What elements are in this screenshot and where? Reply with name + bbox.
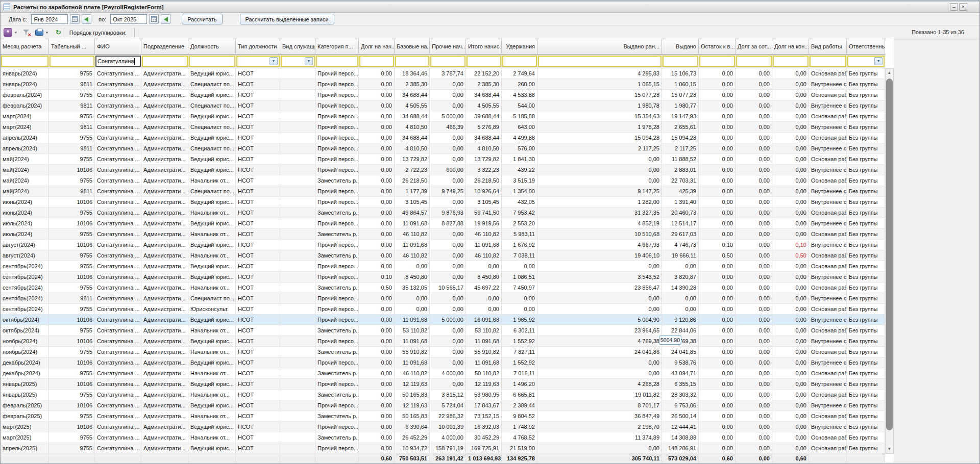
table-row[interactable]: февраль(2024)9811Сонгатуллина ...Админис… [1,100,885,111]
vertical-scrollbar[interactable]: ▲ ▼ [885,68,894,454]
table-row[interactable]: ноябрь(2024)9755Сонгатуллина ...Админист… [1,347,885,357]
clear-filter-icon[interactable]: × [22,29,31,37]
date-to-picker-button[interactable] [161,14,170,24]
column-header[interactable]: Ответственны... [847,39,885,55]
table-row[interactable]: июнь(2024)9755Сонгатуллина ...Администра… [1,208,885,218]
table-row[interactable]: февраль(2025)10106Сонгатуллина ...Админи… [1,400,885,411]
table-row[interactable]: май(2024)9755Сонгатуллина ...Администрат… [1,175,885,186]
table-row[interactable]: сентябрь(2024)9811Сонгатуллина ...Админи… [1,293,885,304]
filter-input[interactable] [538,56,662,67]
date-from-input[interactable] [31,14,68,24]
column-header[interactable]: Тип должности [236,39,280,55]
table-row[interactable]: май(2024)9755Сонгатуллина ...Администрат… [1,154,885,165]
table-row[interactable]: апрель(2024)9755Сонгатуллина ...Админист… [1,133,885,143]
table-row[interactable]: март(2025)9755Сонгатуллина ...Администра… [1,432,885,443]
filter-input[interactable] [395,56,429,67]
column-header[interactable]: Долг на нач... [359,39,395,55]
filter-input[interactable] [773,56,808,67]
print-dropdown-caret-icon[interactable]: ▼ [45,31,48,34]
column-header[interactable]: Выдано ран... [537,39,662,55]
filter-input[interactable] [50,56,94,67]
table-row[interactable]: май(2024)10106Сонгатуллина ...Администра… [1,165,885,175]
table-row[interactable]: февраль(2024)9755Сонгатуллина ...Админис… [1,90,885,100]
filter-input[interactable]: ▼ [847,56,885,67]
column-header[interactable]: Итого начис... [466,39,502,55]
table-row[interactable]: сентябрь(2024)10106Сонгатуллина ...Админ… [1,272,885,282]
combo-dropdown-icon[interactable]: ▼ [270,57,278,65]
settings-dropdown-caret-icon[interactable]: ▼ [14,31,17,34]
scroll-down-arrow-icon[interactable]: ▼ [886,445,893,453]
filter-input[interactable] [142,56,188,67]
table-row[interactable]: январь(2024)9755Сонгатуллина ...Админист… [1,68,885,79]
table-row[interactable]: апрель(2024)9811Сонгатуллина ...Админист… [1,143,885,154]
column-header[interactable]: Подразделение [141,39,188,55]
column-header[interactable]: Категория п... [315,39,359,55]
date-to-calendar-button[interactable] [149,14,159,24]
settings-gear-icon[interactable]: * [4,28,12,37]
table-row[interactable]: февраль(2025)9755Сонгатуллина ...Админис… [1,411,885,422]
table-row[interactable]: ноябрь(2024)10106Сонгатуллина ...Админис… [1,336,885,347]
column-header[interactable]: Табельный ... [49,39,95,55]
calculate-selected-button[interactable]: Рассчитать выделенные записи [240,14,334,24]
refresh-icon[interactable]: ↻ [56,29,61,36]
date-from-picker-button[interactable] [82,14,91,24]
table-row[interactable]: январь(2025)10106Сонгатуллина ...Админис… [1,379,885,390]
table-row[interactable]: май(2024)9811Сонгатуллина ...Администрат… [1,186,885,197]
column-header[interactable]: Вид служащего [280,39,315,55]
calculate-button[interactable]: Рассчитать [182,14,222,24]
date-from-calendar-button[interactable] [70,14,80,24]
column-header[interactable]: Долг на кон... [772,39,809,55]
minimize-button[interactable]: – [950,3,958,11]
column-header[interactable]: Долг за сот... [736,39,772,55]
filter-input[interactable] [316,56,358,67]
print-icon[interactable] [35,30,43,36]
filter-input[interactable] [359,56,394,67]
table-row[interactable]: январь(2025)9755Сонгатуллина ...Админист… [1,390,885,400]
column-header[interactable]: Прочие нач... [430,39,466,55]
close-button[interactable]: × [959,3,967,11]
scrollbar-thumb[interactable] [886,79,893,430]
filter-input[interactable] [1,56,48,67]
column-header[interactable]: Должность [188,39,236,55]
table-row[interactable]: июль(2024)10106Сонгатуллина ...Администр… [1,218,885,229]
table-row[interactable]: август(2024)10106Сонгатуллина ...Админис… [1,240,885,250]
filter-input[interactable] [736,56,772,67]
column-header[interactable]: Вид работы [809,39,847,55]
column-header[interactable]: Базовые на... [395,39,430,55]
filter-input[interactable] [189,56,235,67]
filter-input[interactable] [810,56,846,67]
table-row[interactable]: октябрь(2024)10106Сонгатуллина ...Админи… [1,315,885,325]
table-row[interactable]: декабрь(2024)9755Сонгатуллина ...Админис… [1,368,885,379]
date-to-input[interactable] [110,14,147,24]
combo-dropdown-icon[interactable]: ▼ [305,57,313,65]
filter-input[interactable]: ▼ [281,56,315,67]
filter-input[interactable] [467,56,501,67]
table-row[interactable]: сентябрь(2024)9755Сонгатуллина ...Админи… [1,282,885,293]
column-header[interactable]: Удержания [502,39,537,55]
scroll-up-arrow-icon[interactable]: ▲ [886,69,893,77]
table-row[interactable]: сентябрь(2024)9755Сонгатуллина ...Админи… [1,304,885,315]
column-header[interactable]: Месяц расчета [1,39,49,55]
table-row[interactable]: март(2025)10106Сонгатуллина ...Администр… [1,422,885,432]
table-row[interactable]: июнь(2024)10106Сонгатуллина ...Администр… [1,197,885,208]
column-header[interactable]: Остаток к в... [699,39,736,55]
table-row[interactable]: декабрь(2024)10106Сонгатуллина ...Админи… [1,357,885,368]
filter-input[interactable] [663,56,698,67]
column-header[interactable]: Выдано [662,39,699,55]
table-row[interactable]: август(2024)9755Сонгатуллина ...Админист… [1,250,885,261]
combo-dropdown-icon[interactable]: ▼ [874,57,883,65]
filter-input[interactable] [699,56,735,67]
table-row[interactable]: январь(2024)9811Сонгатуллина ...Админист… [1,79,885,90]
table-row[interactable]: март(2024)9755Сонгатуллина ...Администра… [1,111,885,122]
cell: Администрати... [141,432,188,443]
table-row[interactable]: апрель(2025)9755Сонгатуллина ...Админист… [1,443,885,454]
fio-filter-input[interactable]: Сонгатуллина [95,56,141,67]
column-header[interactable]: ФИО [95,39,141,55]
filter-input[interactable] [502,56,537,67]
table-row[interactable]: июль(2024)9755Сонгатуллина ...Администра… [1,229,885,240]
filter-input[interactable]: ▼ [236,56,280,67]
table-row[interactable]: сентябрь(2024)9755Сонгатуллина ...Админи… [1,261,885,272]
table-row[interactable]: октябрь(2024)9755Сонгатуллина ...Админис… [1,325,885,336]
table-row[interactable]: март(2024)9811Сонгатуллина ...Администра… [1,122,885,133]
filter-input[interactable] [430,56,465,67]
